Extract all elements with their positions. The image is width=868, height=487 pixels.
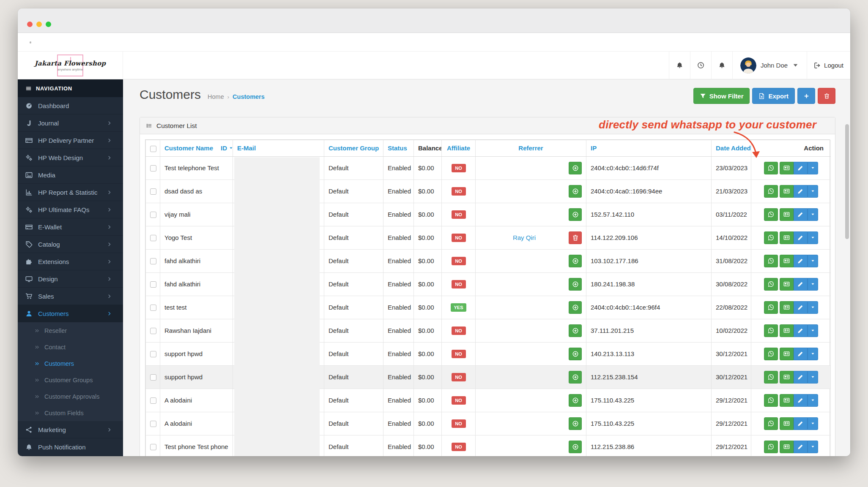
topbar-bell-button-0[interactable] xyxy=(669,52,690,79)
whatsapp-button[interactable] xyxy=(764,348,778,360)
card-button[interactable] xyxy=(780,231,794,244)
topbar-bell-button-2[interactable] xyxy=(711,52,732,79)
edit-button[interactable] xyxy=(794,255,808,267)
edit-button[interactable] xyxy=(794,417,808,430)
edit-button[interactable] xyxy=(794,231,808,244)
sidebar-item-e-wallet[interactable]: E-Wallet xyxy=(18,218,123,236)
dropdown-button[interactable] xyxy=(808,185,818,198)
row-checkbox[interactable] xyxy=(150,351,156,357)
export-button[interactable]: Export xyxy=(752,88,795,104)
edit-button[interactable] xyxy=(794,394,808,407)
whatsapp-button[interactable] xyxy=(764,371,778,384)
sidebar-subitem-customers[interactable]: Customers xyxy=(18,355,123,372)
sidebar-subitem-contact[interactable]: Contact xyxy=(18,339,123,355)
add-referrer-button[interactable] xyxy=(569,441,582,453)
sidebar-item-journal[interactable]: Journal xyxy=(18,114,123,132)
header-affiliate[interactable]: Affiliate xyxy=(442,140,476,157)
whatsapp-button[interactable] xyxy=(764,301,778,314)
whatsapp-button[interactable] xyxy=(764,231,778,244)
row-checkbox[interactable] xyxy=(150,444,156,450)
sidebar-item-push-notification[interactable]: Push Notification xyxy=(18,438,123,456)
sidebar-subitem-reseller[interactable]: Reseller xyxy=(18,322,123,339)
add-referrer-button[interactable] xyxy=(569,208,582,221)
dropdown-button[interactable] xyxy=(808,394,818,407)
dropdown-button[interactable] xyxy=(808,348,818,360)
card-button[interactable] xyxy=(780,255,794,267)
whatsapp-button[interactable] xyxy=(764,417,778,430)
sidebar-item-hp-web-design[interactable]: HP Web Design xyxy=(18,149,123,166)
row-checkbox[interactable] xyxy=(150,374,156,381)
scrollbar-thumb[interactable] xyxy=(845,124,849,239)
card-button[interactable] xyxy=(780,417,794,430)
header-email[interactable]: E-Mail xyxy=(233,140,324,157)
card-button[interactable] xyxy=(780,371,794,384)
edit-button[interactable] xyxy=(794,441,808,453)
card-button[interactable] xyxy=(780,162,794,174)
edit-button[interactable] xyxy=(794,185,808,198)
add-referrer-button[interactable] xyxy=(569,255,582,267)
row-checkbox[interactable] xyxy=(150,328,156,334)
edit-button[interactable] xyxy=(794,278,808,291)
dropdown-button[interactable] xyxy=(808,371,818,384)
dropdown-button[interactable] xyxy=(808,162,818,174)
card-button[interactable] xyxy=(780,348,794,360)
add-referrer-button[interactable] xyxy=(569,278,582,291)
dropdown-button[interactable] xyxy=(808,231,818,244)
whatsapp-button[interactable] xyxy=(764,162,778,174)
zoom-window-button[interactable] xyxy=(46,22,51,27)
dropdown-button[interactable] xyxy=(808,324,818,337)
add-referrer-button[interactable] xyxy=(569,162,582,174)
row-checkbox[interactable] xyxy=(150,212,156,218)
header-referrer[interactable]: Referrer xyxy=(476,140,586,157)
sidebar-item-dashboard[interactable]: Dashboard xyxy=(18,97,123,114)
edit-button[interactable] xyxy=(794,348,808,360)
show-filter-button[interactable]: Show Filter xyxy=(693,88,750,104)
row-checkbox[interactable] xyxy=(150,421,156,427)
row-checkbox[interactable] xyxy=(150,281,156,288)
select-all-checkbox[interactable] xyxy=(150,146,156,152)
breadcrumb-home[interactable]: Home xyxy=(208,93,224,100)
sidebar-item-marketing[interactable]: Marketing xyxy=(18,421,123,438)
sidebar-item-media[interactable]: Media xyxy=(18,166,123,184)
row-checkbox[interactable] xyxy=(150,165,156,171)
row-checkbox[interactable] xyxy=(150,235,156,241)
add-referrer-button[interactable] xyxy=(569,324,582,337)
header-status[interactable]: Status xyxy=(383,140,414,157)
whatsapp-button[interactable] xyxy=(764,441,778,453)
card-button[interactable] xyxy=(780,185,794,198)
dropdown-button[interactable] xyxy=(808,278,818,291)
close-window-button[interactable] xyxy=(27,22,33,27)
referrer-link[interactable]: Ray Qiri xyxy=(480,234,569,241)
row-checkbox[interactable] xyxy=(150,305,156,311)
edit-button[interactable] xyxy=(794,208,808,221)
dropdown-button[interactable] xyxy=(808,441,818,453)
edit-button[interactable] xyxy=(794,371,808,384)
whatsapp-button[interactable] xyxy=(764,208,778,221)
card-button[interactable] xyxy=(780,441,794,453)
user-menu[interactable]: John Doe xyxy=(732,52,807,79)
row-checkbox[interactable] xyxy=(150,258,156,264)
logout-button[interactable]: Logout xyxy=(807,52,850,79)
sidebar-item-customers[interactable]: Customers xyxy=(18,305,123,322)
whatsapp-button[interactable] xyxy=(764,278,778,291)
header-customer-group[interactable]: Customer Group xyxy=(324,140,383,157)
row-checkbox[interactable] xyxy=(150,188,156,195)
whatsapp-button[interactable] xyxy=(764,324,778,337)
whatsapp-button[interactable] xyxy=(764,394,778,407)
brand-logo[interactable]: Jakarta Flowershop anywhere anytime xyxy=(18,52,123,79)
sidebar-item-catalog[interactable]: Catalog xyxy=(18,236,123,253)
add-referrer-button[interactable] xyxy=(569,301,582,314)
card-button[interactable] xyxy=(780,301,794,314)
row-checkbox[interactable] xyxy=(150,397,156,404)
sidebar-subitem-customer-approvals[interactable]: Customer Approvals xyxy=(18,388,123,405)
dropdown-button[interactable] xyxy=(808,208,818,221)
sidebar-subitem-customer-groups[interactable]: Customer Groups xyxy=(18,372,123,388)
sidebar-item-design[interactable]: Design xyxy=(18,270,123,288)
card-button[interactable] xyxy=(780,394,794,407)
sort-id[interactable]: ID xyxy=(221,144,233,152)
topbar-clock-button-1[interactable] xyxy=(690,52,711,79)
card-button[interactable] xyxy=(780,208,794,221)
add-referrer-button[interactable] xyxy=(569,185,582,198)
add-referrer-button[interactable] xyxy=(569,348,582,360)
edit-button[interactable] xyxy=(794,162,808,174)
